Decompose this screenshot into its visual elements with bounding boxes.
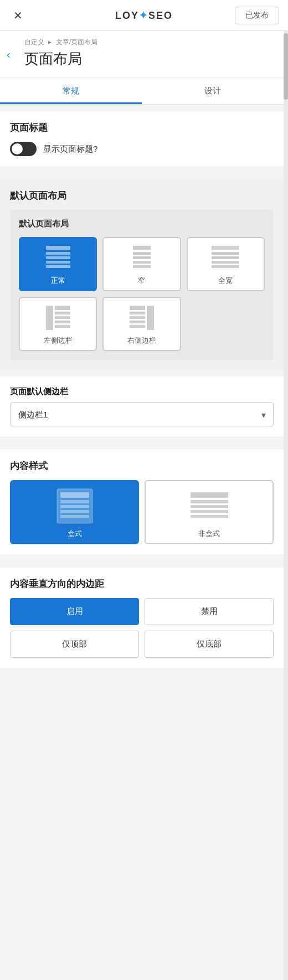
layout-option-normal-label: 正常	[51, 276, 65, 286]
svg-rect-9	[133, 265, 151, 268]
svg-rect-20	[55, 325, 70, 328]
svg-rect-24	[130, 316, 145, 319]
svg-rect-2	[46, 256, 70, 259]
svg-rect-0	[46, 246, 70, 250]
svg-rect-26	[130, 325, 145, 328]
layout-icon-left-sidebar	[44, 303, 73, 332]
padding-grid: 启用 禁用 仅顶部 仅底部	[10, 598, 274, 658]
main-content: ‹ 自定义 ▸ 文章/页面布局 页面布局 常规 设计 页面标题 显示页面标题?	[0, 31, 284, 690]
layout-option-full-label: 全宽	[218, 276, 233, 286]
svg-rect-30	[60, 505, 89, 508]
published-button[interactable]: 已发布	[235, 7, 279, 24]
content-style-title: 内容样式	[10, 460, 274, 472]
svg-rect-7	[133, 256, 151, 259]
layout-option-narrow-label: 窄	[138, 276, 145, 286]
svg-rect-31	[60, 510, 89, 513]
svg-rect-17	[55, 312, 70, 314]
svg-rect-25	[130, 321, 145, 323]
layout-icon-full	[211, 244, 240, 272]
svg-rect-28	[60, 492, 89, 498]
bottom-spacer	[0, 668, 284, 690]
divider-2	[0, 370, 284, 376]
svg-rect-3	[46, 261, 70, 264]
svg-rect-8	[133, 261, 151, 264]
layout-option-full[interactable]: 全宽	[187, 237, 265, 291]
logo: LOY✦SEO	[115, 9, 173, 22]
svg-rect-29	[60, 500, 89, 503]
padding-top-only-button[interactable]: 仅顶部	[10, 631, 139, 658]
padding-bottom-only-button[interactable]: 仅底部	[145, 631, 274, 658]
content-style-boxed[interactable]: 盒式	[10, 480, 139, 544]
content-style-non-boxed-label: 非盒式	[198, 529, 220, 539]
svg-rect-33	[191, 492, 228, 498]
content-style-grid: 盒式 非盒式	[10, 480, 274, 544]
breadcrumb: 自定义 ▸ 文章/页面布局	[24, 38, 275, 47]
page-title-section: 页面标题 显示页面标题?	[0, 111, 284, 166]
content-style-nonboxed-icon	[187, 487, 232, 525]
show-title-toggle[interactable]	[10, 142, 37, 156]
layout-icon-right-sidebar	[127, 303, 156, 332]
default-layout-section: 默认页面布局 默认页面布局 正常	[0, 179, 284, 370]
sidebar-select-wrapper: 侧边栏1 侧边栏2 侧边栏3 ▾	[10, 403, 274, 426]
layout-grid-spacer	[187, 297, 265, 351]
toggle-label: 显示页面标题?	[43, 144, 97, 154]
content-style-section: 内容样式 盒式	[0, 450, 284, 554]
svg-rect-32	[60, 515, 89, 518]
sidebar-dropdown-section: 页面默认侧边栏 侧边栏1 侧边栏2 侧边栏3 ▾	[0, 376, 284, 436]
layout-option-normal[interactable]: 正常	[19, 237, 97, 291]
layout-option-right-sidebar[interactable]: 右侧边栏	[102, 297, 181, 351]
svg-rect-6	[133, 252, 151, 255]
padding-section: 内容垂直方向的内边距 启用 禁用 仅顶部 仅底部	[0, 568, 284, 668]
svg-rect-4	[46, 265, 70, 268]
svg-rect-12	[212, 256, 239, 259]
svg-rect-22	[130, 306, 145, 310]
padding-disable-button[interactable]: 禁用	[145, 598, 274, 625]
layout-option-narrow[interactable]: 窄	[102, 237, 181, 291]
layout-icon-normal	[44, 244, 73, 272]
tab-design[interactable]: 设计	[142, 78, 284, 104]
svg-rect-34	[191, 500, 228, 503]
top-bar: ✕ LOY✦SEO 已发布	[0, 0, 288, 31]
svg-rect-16	[55, 306, 70, 310]
svg-rect-11	[212, 252, 239, 255]
tab-normal[interactable]: 常规	[0, 78, 142, 104]
sidebar-select[interactable]: 侧边栏1 侧边栏2 侧边栏3	[10, 403, 274, 426]
svg-rect-15	[46, 306, 53, 330]
close-button[interactable]: ✕	[9, 7, 27, 24]
layout-icon-narrow	[127, 244, 156, 272]
content-style-boxed-icon	[53, 487, 97, 525]
divider-4	[0, 554, 284, 561]
padding-section-title: 内容垂直方向的内边距	[10, 577, 274, 590]
tabs-bar: 常规 设计	[0, 78, 284, 105]
scrollbar-thumb	[284, 33, 288, 100]
divider-3	[0, 436, 284, 443]
svg-rect-35	[191, 505, 228, 508]
svg-rect-36	[191, 510, 228, 513]
app-container: ✕ LOY✦SEO 已发布 ‹ 自定义 ▸ 文章/页面布局 页面布局 常规 设计	[0, 0, 288, 980]
page-title-section-title: 页面标题	[10, 121, 274, 134]
layout-grid-bottom: 左侧边栏 右侧边栏	[19, 297, 265, 351]
svg-rect-23	[130, 312, 145, 314]
svg-rect-10	[212, 246, 239, 250]
padding-enable-button[interactable]: 启用	[10, 598, 139, 625]
back-button[interactable]: ‹	[7, 48, 11, 61]
layout-inner-title: 默认页面布局	[19, 219, 265, 229]
svg-rect-21	[147, 306, 154, 330]
layout-grid-top: 正常 窄	[19, 237, 265, 291]
svg-rect-1	[46, 252, 70, 255]
svg-rect-14	[212, 265, 239, 268]
svg-rect-13	[212, 261, 239, 264]
default-layout-title: 默认页面布局	[10, 189, 274, 202]
layout-option-right-sidebar-label: 右侧边栏	[127, 336, 156, 345]
toggle-knob	[12, 143, 23, 154]
layout-option-left-sidebar[interactable]: 左侧边栏	[19, 297, 97, 351]
svg-rect-18	[55, 316, 70, 319]
page-title: 页面布局	[24, 49, 275, 69]
content-style-non-boxed[interactable]: 非盒式	[145, 480, 274, 544]
header-area: ‹ 自定义 ▸ 文章/页面布局 页面布局	[0, 31, 284, 78]
layout-section-inner: 默认页面布局 正常	[10, 210, 274, 360]
svg-rect-19	[55, 321, 70, 323]
layout-option-left-sidebar-label: 左侧边栏	[44, 336, 73, 345]
toggle-row: 显示页面标题?	[10, 142, 274, 156]
scrollbar[interactable]	[284, 31, 288, 980]
